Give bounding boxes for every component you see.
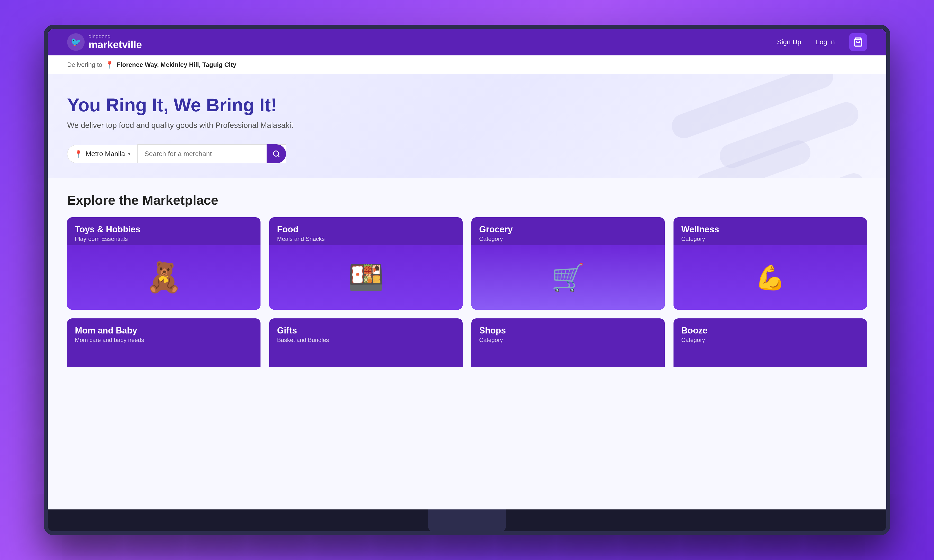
card-header-toys: Toys & Hobbies Playroom Essentials: [67, 217, 260, 245]
header: 🐦 dingdong marketville Sign Up Log In: [48, 29, 886, 55]
brand-small: dingdong: [89, 34, 142, 39]
card-subtitle-food: Meals and Snacks: [277, 235, 455, 242]
card-image-grocery: 🛒: [472, 245, 665, 310]
card-subtitle-mom-baby: Mom care and baby needs: [75, 337, 253, 343]
card-header-mom-baby: Mom and Baby Mom care and baby needs: [67, 318, 260, 345]
brand-main: marketville: [89, 39, 142, 50]
logo-icon: 🐦: [67, 33, 85, 51]
grocery-illustration: 🛒: [472, 245, 665, 310]
header-nav: Sign Up Log In: [777, 33, 867, 51]
category-card-toys[interactable]: Toys & Hobbies Playroom Essentials 🧸: [67, 217, 260, 310]
section-title: Explore the Marketplace: [67, 192, 867, 208]
card-header-grocery: Grocery Category: [472, 217, 665, 245]
location-select[interactable]: 📍 Metro Manila ▾: [67, 145, 137, 163]
pin-icon: 📍: [105, 61, 114, 69]
login-button[interactable]: Log In: [816, 38, 835, 46]
category-card-shops[interactable]: Shops Category: [472, 318, 665, 367]
card-subtitle-grocery: Category: [479, 235, 657, 242]
card-image-wellness: 💪: [674, 245, 867, 310]
card-subtitle-shops: Category: [479, 337, 657, 343]
card-title-booze: Booze: [681, 325, 859, 335]
delivery-address: Florence Way, Mckinley Hill, Taguig City: [117, 61, 236, 69]
toys-illustration: 🧸: [67, 245, 260, 310]
search-button[interactable]: [267, 145, 286, 163]
delivering-to-label: Delivering to: [67, 61, 102, 69]
location-pin-icon: 📍: [74, 150, 83, 158]
card-title-food: Food: [277, 224, 455, 235]
food-illustration: 🍱: [269, 245, 462, 310]
card-header-shops: Shops Category: [472, 318, 665, 345]
card-subtitle-toys: Playroom Essentials: [75, 235, 253, 242]
search-input[interactable]: [137, 145, 286, 163]
card-header-food: Food Meals and Snacks: [269, 217, 462, 245]
shape-3: [691, 137, 814, 178]
card-header-wellness: Wellness Category: [674, 217, 867, 245]
card-title-mom-baby: Mom and Baby: [75, 325, 253, 335]
signup-button[interactable]: Sign Up: [777, 38, 801, 46]
delivery-bar: Delivering to 📍 Florence Way, Mckinley H…: [48, 55, 886, 74]
card-title-wellness: Wellness: [681, 224, 859, 235]
card-header-booze: Booze Category: [674, 318, 867, 345]
category-card-mom-baby[interactable]: Mom and Baby Mom care and baby needs: [67, 318, 260, 367]
card-title-shops: Shops: [479, 325, 657, 335]
search-icon: [273, 150, 280, 158]
category-card-booze[interactable]: Booze Category: [674, 318, 867, 367]
card-image-toys: 🧸: [67, 245, 260, 310]
category-card-wellness[interactable]: Wellness Category 💪: [674, 217, 867, 310]
monitor: 🐦 dingdong marketville Sign Up Log In: [44, 25, 890, 535]
search-input-wrap: [137, 145, 286, 163]
main-content: Explore the Marketplace Toys & Hobbies P…: [48, 178, 886, 509]
card-subtitle-wellness: Category: [681, 235, 859, 242]
cart-button[interactable]: [849, 33, 867, 51]
card-subtitle-booze: Category: [681, 337, 859, 343]
logo-text: dingdong marketville: [89, 34, 142, 50]
hero-section: You Ring It, We Bring It! We deliver top…: [48, 74, 886, 178]
category-grid-row2: Mom and Baby Mom care and baby needs Gif…: [67, 318, 867, 367]
card-title-grocery: Grocery: [479, 224, 657, 235]
category-grid-row1: Toys & Hobbies Playroom Essentials 🧸 Foo…: [67, 217, 867, 310]
screen: 🐦 dingdong marketville Sign Up Log In: [48, 29, 886, 509]
chevron-down-icon: ▾: [128, 151, 131, 157]
svg-point-1: [273, 151, 279, 156]
search-bar: 📍 Metro Manila ▾: [67, 145, 286, 163]
location-value: Metro Manila: [86, 150, 125, 158]
wellness-illustration: 💪: [674, 245, 867, 310]
category-card-gifts[interactable]: Gifts Basket and Bundles: [269, 318, 462, 367]
hero-title: You Ring It, We Bring It!: [67, 94, 867, 116]
card-image-food: 🍱: [269, 245, 462, 310]
hero-subtitle: We deliver top food and quality goods wi…: [67, 121, 867, 130]
shape-4: [769, 170, 868, 178]
card-subtitle-gifts: Basket and Bundles: [277, 337, 455, 343]
card-title-toys: Toys & Hobbies: [75, 224, 253, 235]
logo-area: 🐦 dingdong marketville: [67, 33, 142, 51]
category-card-grocery[interactable]: Grocery Category 🛒: [472, 217, 665, 310]
category-card-food[interactable]: Food Meals and Snacks 🍱: [269, 217, 462, 310]
cart-icon: [853, 37, 863, 47]
card-header-gifts: Gifts Basket and Bundles: [269, 318, 462, 345]
card-title-gifts: Gifts: [277, 325, 455, 335]
monitor-stand: [428, 509, 506, 531]
